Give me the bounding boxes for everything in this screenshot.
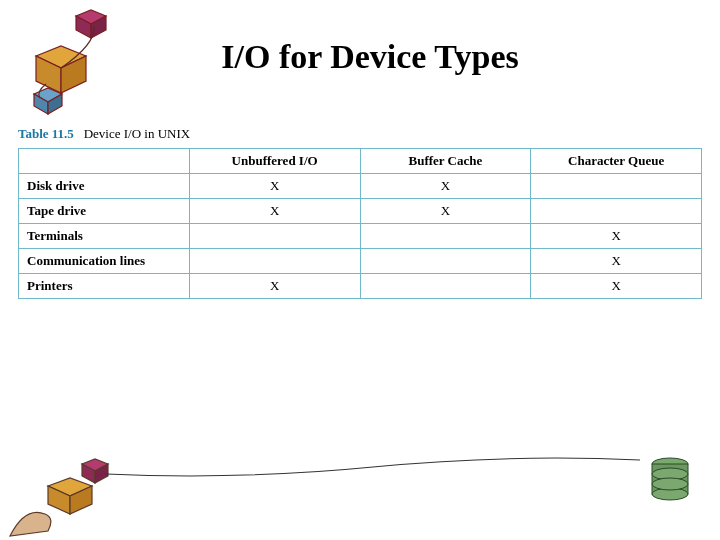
cell-device: Printers	[19, 274, 190, 299]
cell-char-queue: X	[531, 224, 702, 249]
clipart-stack-bottom-right	[642, 450, 698, 510]
table-header-row: Unbuffered I/O Buffer Cache Character Qu…	[19, 149, 702, 174]
table-row: Printers X X	[19, 274, 702, 299]
cell-char-queue: X	[531, 249, 702, 274]
cell-unbuffered: X	[189, 174, 360, 199]
clipart-hand-bottom-left	[0, 446, 120, 540]
cell-buffer-cache: X	[360, 174, 531, 199]
connector-line	[106, 452, 640, 482]
table-label: Table 11.5	[18, 126, 74, 141]
clipart-cubes-top-left	[6, 6, 126, 116]
page-title: I/O for Device Types	[60, 38, 680, 76]
device-io-table-wrap: Unbuffered I/O Buffer Cache Character Qu…	[18, 148, 702, 299]
table-row: Tape drive X X	[19, 199, 702, 224]
table-caption: Table 11.5 Device I/O in UNIX	[18, 126, 720, 142]
cell-buffer-cache: X	[360, 199, 531, 224]
table-row: Disk drive X X	[19, 174, 702, 199]
table-row: Terminals X	[19, 224, 702, 249]
cell-device: Tape drive	[19, 199, 190, 224]
col-header-blank	[19, 149, 190, 174]
cell-buffer-cache	[360, 249, 531, 274]
col-header-buffer-cache: Buffer Cache	[360, 149, 531, 174]
cell-buffer-cache	[360, 274, 531, 299]
col-header-unbuffered: Unbuffered I/O	[189, 149, 360, 174]
cell-unbuffered: X	[189, 274, 360, 299]
cell-buffer-cache	[360, 224, 531, 249]
table-row: Communication lines X	[19, 249, 702, 274]
col-header-character-queue: Character Queue	[531, 149, 702, 174]
table-caption-text: Device I/O in UNIX	[84, 126, 191, 141]
device-io-table: Unbuffered I/O Buffer Cache Character Qu…	[18, 148, 702, 299]
cell-char-queue	[531, 174, 702, 199]
cell-device: Communication lines	[19, 249, 190, 274]
cell-device: Terminals	[19, 224, 190, 249]
cell-unbuffered: X	[189, 199, 360, 224]
svg-point-4	[652, 478, 688, 490]
cell-char-queue: X	[531, 274, 702, 299]
cell-device: Disk drive	[19, 174, 190, 199]
cell-unbuffered	[189, 249, 360, 274]
cell-unbuffered	[189, 224, 360, 249]
cell-char-queue	[531, 199, 702, 224]
